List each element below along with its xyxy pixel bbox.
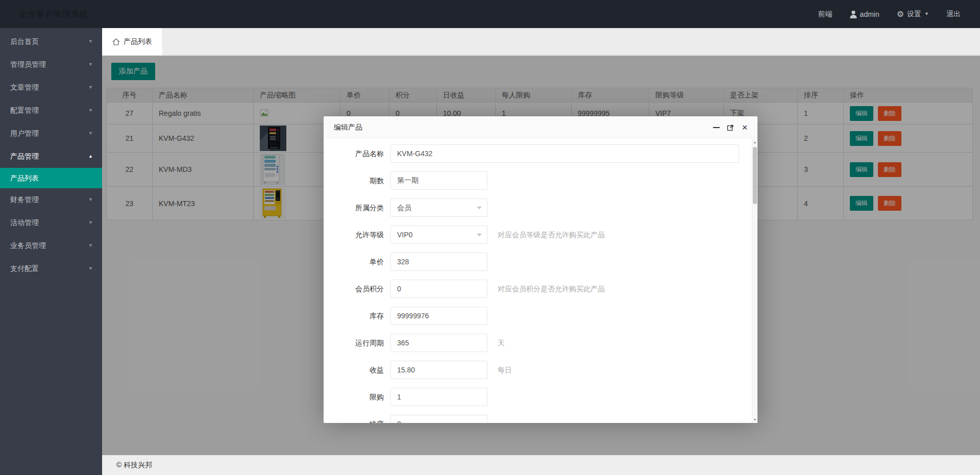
income-input[interactable] bbox=[390, 361, 487, 379]
field-suffix: 每日 bbox=[498, 361, 512, 379]
chevron-down-icon: ▼ bbox=[88, 76, 93, 99]
username-label: admin bbox=[860, 10, 879, 18]
sidebar-item-user-mgmt[interactable]: 用户管理 ▼ bbox=[0, 122, 102, 145]
minimize-button[interactable] bbox=[710, 122, 722, 133]
sidebar-item-product-list-active[interactable]: 产品列表 bbox=[0, 168, 102, 188]
logout-link[interactable]: 退出 bbox=[946, 10, 961, 19]
field-hint: 对应会员积分是否允许购买此产品 bbox=[498, 280, 605, 298]
sidebar-item-config-mgmt[interactable]: 配置管理 ▼ bbox=[0, 99, 102, 122]
sidebar: 后台首页 ▼ 管理员管理 ▼ 文章管理 ▼ 配置管理 ▼ 用户管理 ▼ 产品管理… bbox=[0, 28, 102, 475]
run-cycle-input[interactable] bbox=[390, 334, 487, 352]
form-row-period: 期数 bbox=[324, 171, 757, 198]
chevron-up-icon: ▲ bbox=[88, 145, 93, 168]
field-suffix: 天 bbox=[498, 334, 505, 352]
sort-input[interactable] bbox=[390, 415, 487, 423]
chevron-down-icon: ▼ bbox=[88, 30, 93, 53]
sidebar-item-salesman-mgmt[interactable]: 业务员管理 ▼ bbox=[0, 234, 102, 257]
product-name-input[interactable] bbox=[390, 144, 739, 163]
modal-body: 产品名称 期数 所属分类 会员 允许等级 VIP0 对应会员等级是否允许购买此产… bbox=[324, 139, 757, 423]
maximize-icon bbox=[727, 124, 734, 131]
tab-product-list[interactable]: 产品列表 bbox=[102, 28, 163, 55]
chevron-down-icon bbox=[477, 207, 482, 212]
form-row-run-cycle: 运行周期 天 bbox=[324, 334, 757, 361]
stock-input[interactable] bbox=[390, 307, 487, 325]
close-button[interactable]: × bbox=[739, 122, 750, 133]
form-row-product-name: 产品名称 bbox=[324, 144, 757, 171]
form-row-stock: 库存 bbox=[324, 307, 757, 334]
topbar: 企业客户管理系统 前端 admin ⚙ 设置 ▼ 退出 bbox=[0, 0, 980, 28]
sidebar-item-product-mgmt[interactable]: 产品管理 ▲ bbox=[0, 145, 102, 168]
gear-icon: ⚙ bbox=[897, 10, 904, 18]
app-logo: 企业客户管理系统 bbox=[19, 0, 88, 28]
scrollbar-thumb[interactable] bbox=[753, 147, 757, 204]
close-icon: × bbox=[742, 122, 747, 132]
chevron-down-icon: ▼ bbox=[88, 122, 93, 145]
maximize-button[interactable] bbox=[725, 122, 736, 133]
chevron-down-icon bbox=[477, 234, 482, 239]
chevron-down-icon: ▼ bbox=[88, 234, 93, 257]
form-row-income: 收益 每日 bbox=[324, 361, 757, 388]
field-hint: 对应会员等级是否允许购买此产品 bbox=[498, 226, 605, 244]
tabbar: 产品列表 bbox=[102, 28, 980, 55]
scroll-down-icon[interactable]: ▼ bbox=[752, 418, 757, 421]
form-row-category: 所属分类 会员 bbox=[324, 198, 757, 226]
purchase-limit-input[interactable] bbox=[390, 388, 487, 406]
frontend-link[interactable]: 前端 bbox=[818, 10, 832, 19]
modal-scrollbar[interactable]: ▲ ▼ bbox=[752, 139, 757, 423]
chevron-down-icon: ▼ bbox=[88, 53, 93, 76]
chevron-down-icon: ▼ bbox=[88, 99, 93, 122]
sidebar-item-admin-mgmt[interactable]: 管理员管理 ▼ bbox=[0, 53, 102, 76]
sidebar-item-article-mgmt[interactable]: 文章管理 ▼ bbox=[0, 76, 102, 99]
period-input[interactable] bbox=[390, 171, 487, 190]
chevron-down-icon: ▼ bbox=[88, 211, 93, 234]
chevron-down-icon: ▼ bbox=[924, 12, 929, 16]
minimize-icon bbox=[713, 127, 720, 128]
modal-title: 编辑产品 bbox=[334, 123, 362, 131]
settings-menu[interactable]: ⚙ 设置 ▼ bbox=[897, 10, 929, 19]
sidebar-item-finance-mgmt[interactable]: 财务管理 ▼ bbox=[0, 188, 102, 211]
form-row-member-points: 会员积分 对应会员积分是否允许购买此产品 bbox=[324, 280, 757, 307]
modal-controls: × bbox=[707, 116, 750, 138]
form-row-unit-price: 单价 bbox=[324, 253, 757, 280]
edit-product-modal: 编辑产品 × 产品名称 期数 所属分类 会员 bbox=[324, 116, 757, 423]
sidebar-item-payment-config[interactable]: 支付配置 ▼ bbox=[0, 257, 102, 280]
allow-level-select[interactable]: VIP0 bbox=[390, 226, 487, 244]
scroll-up-icon[interactable]: ▲ bbox=[752, 140, 757, 144]
form-row-purchase-limit: 限购 bbox=[324, 388, 757, 415]
unit-price-input[interactable] bbox=[390, 253, 487, 271]
sidebar-item-activity-mgmt[interactable]: 活动管理 ▼ bbox=[0, 211, 102, 234]
form-row-sort: 排序 bbox=[324, 415, 757, 423]
user-icon bbox=[850, 10, 857, 18]
category-select[interactable]: 会员 bbox=[390, 198, 487, 217]
topbar-nav: 前端 admin ⚙ 设置 ▼ 退出 bbox=[801, 0, 980, 28]
form-row-allow-level: 允许等级 VIP0 对应会员等级是否允许购买此产品 bbox=[324, 226, 757, 253]
chevron-down-icon: ▼ bbox=[88, 188, 93, 211]
member-points-input[interactable] bbox=[390, 280, 487, 298]
copyright-text: © 科技兴邦 bbox=[116, 461, 152, 469]
sidebar-item-home[interactable]: 后台首页 ▼ bbox=[0, 30, 102, 53]
user-menu[interactable]: admin bbox=[850, 10, 879, 18]
chevron-down-icon: ▼ bbox=[88, 257, 93, 280]
modal-titlebar: 编辑产品 × bbox=[324, 116, 757, 138]
home-icon bbox=[112, 38, 120, 45]
footer: © 科技兴邦 bbox=[102, 455, 980, 475]
